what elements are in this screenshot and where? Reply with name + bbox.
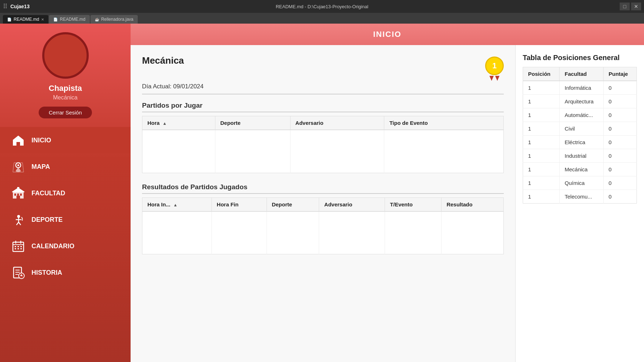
sidebar-item-inicio[interactable]: INICIO xyxy=(0,127,131,153)
map-icon xyxy=(11,160,25,173)
svg-line-18 xyxy=(19,222,21,225)
rank-fac-3: Civil xyxy=(560,122,604,136)
col-tipo-evento[interactable]: Tipo de Evento xyxy=(384,116,504,130)
tab-close-1[interactable]: ✕ xyxy=(41,18,44,21)
sport-icon xyxy=(11,213,25,226)
window-controls: □ ✕ xyxy=(620,3,641,10)
partidos-empty-row xyxy=(142,130,504,173)
window-title: README.md - D:\Cujae13-Proyecto-Original xyxy=(276,4,369,9)
header-title: INICIO xyxy=(373,30,401,39)
svg-rect-12 xyxy=(16,196,20,199)
calendar-icon xyxy=(11,239,25,253)
resultados-table: Hora In... ▲ Hora Fin Deporte Adversario… xyxy=(142,197,504,255)
nav-label-calendario: CALENDARIO xyxy=(31,243,74,250)
ranking-thead: Posición Facultad Puntaje xyxy=(523,67,637,81)
resultados-empty-1 xyxy=(142,211,212,254)
ranking-tbody: 1 Informática 0 1 Arquitectura 0 1 Autom… xyxy=(523,81,637,204)
rank-col-pos: Posición xyxy=(523,67,560,81)
partidos-empty-3 xyxy=(290,130,384,173)
tab-rellenadora[interactable]: ☕ Rellenadora.java xyxy=(91,15,138,24)
rank-pos-3: 1 xyxy=(523,122,560,136)
rank-pos-4: 1 xyxy=(523,136,560,149)
col-deporte[interactable]: Deporte xyxy=(215,116,290,130)
rank-pts-7: 0 xyxy=(604,176,637,190)
sidebar-item-mapa[interactable]: MAPA xyxy=(0,153,131,180)
ranking-row: 1 Arquitectura 0 xyxy=(523,95,637,108)
resultados-empty-row xyxy=(142,211,504,254)
rank-pts-3: 0 xyxy=(604,122,637,136)
svg-rect-5 xyxy=(17,142,20,146)
svg-rect-28 xyxy=(20,248,22,249)
main-header: INICIO xyxy=(131,24,644,45)
svg-rect-23 xyxy=(15,246,16,247)
sidebar: Chapista Mecánica Cerrar Sesión INICIO xyxy=(0,24,131,362)
tab-icon-md2: 📄 xyxy=(53,18,58,21)
tab-icon-md: 📄 xyxy=(7,18,11,21)
rank-fac-0: Informática xyxy=(560,81,604,95)
tab-readme-active[interactable]: 📄 README.md ✕ xyxy=(3,15,48,24)
nav-label-mapa: MAPA xyxy=(31,163,50,171)
rank-pts-1: 0 xyxy=(604,95,637,108)
col-adversario[interactable]: Adversario xyxy=(290,116,384,130)
title-bar: ⠿ Cujae13 README.md - D:\Cujae13-Proyect… xyxy=(0,0,644,13)
date-line: Día Actual: 09/01/2024 xyxy=(142,83,504,94)
trophy-badge: 1 xyxy=(485,57,504,81)
nav-label-historia: HISTORIA xyxy=(31,269,62,277)
col-deporte-r[interactable]: Deporte xyxy=(267,197,319,211)
content-area: Mecánica 1 Día Actual: 09/01/2024 Partid… xyxy=(131,45,515,362)
nav-label-deporte: DEPORTE xyxy=(31,216,63,224)
sidebar-item-calendario[interactable]: CALENDARIO xyxy=(0,233,131,259)
partidos-header-row: Hora ▲ Deporte Adversario Tipo de Evento xyxy=(142,116,504,130)
nav-label-inicio: INICIO xyxy=(31,137,51,144)
section-header-row: Mecánica 1 xyxy=(142,55,504,81)
partidos-empty-2 xyxy=(215,130,290,173)
resultados-empty-3 xyxy=(267,211,319,254)
svg-rect-24 xyxy=(18,246,19,247)
col-adversario-r[interactable]: Adversario xyxy=(319,197,385,211)
svg-line-17 xyxy=(16,222,19,225)
svg-rect-27 xyxy=(18,248,19,249)
ranking-row: 1 Mecánica 0 xyxy=(523,163,637,176)
partidos-empty-1 xyxy=(142,130,215,173)
rank-fac-4: Eléctrica xyxy=(560,136,604,149)
col-resultado[interactable]: Resultado xyxy=(441,197,504,211)
ranking-row: 1 Industrial 0 xyxy=(523,149,637,163)
rank-pos-1: 1 xyxy=(523,95,560,108)
col-hora-fin[interactable]: Hora Fin xyxy=(211,197,267,211)
svg-rect-9 xyxy=(14,194,16,196)
rank-pos-2: 1 xyxy=(523,108,560,122)
rank-fac-1: Arquitectura xyxy=(560,95,604,108)
sort-arrow-hora-inicio: ▲ xyxy=(173,202,177,207)
sort-arrow-hora: ▲ xyxy=(162,121,167,126)
nav-menu: INICIO MAPA xyxy=(0,127,131,286)
close-button[interactable]: ✕ xyxy=(631,3,641,10)
app-name: Cujae13 xyxy=(10,4,30,9)
svg-rect-10 xyxy=(17,194,19,196)
sidebar-item-deporte[interactable]: DEPORTE xyxy=(0,206,131,233)
rank-fac-6: Mecánica xyxy=(560,163,604,176)
ranking-table: Posición Facultad Puntaje 1 Informática … xyxy=(523,67,637,204)
resultados-header-row: Hora In... ▲ Hora Fin Deporte Adversario… xyxy=(142,197,504,211)
ranking-row: 1 Química 0 xyxy=(523,176,637,190)
ranking-title: Tabla de Posiciones General xyxy=(523,54,637,62)
home-icon xyxy=(11,133,25,147)
resultados-thead: Hora In... ▲ Hora Fin Deporte Adversario… xyxy=(142,197,504,211)
resultados-empty-4 xyxy=(319,211,385,254)
rank-col-puntaje: Puntaje xyxy=(604,67,637,81)
logout-button[interactable]: Cerrar Sesión xyxy=(39,107,92,118)
rank-pts-0: 0 xyxy=(604,81,637,95)
sidebar-item-facultad[interactable]: FACULTAD xyxy=(0,180,131,206)
partidos-title: Partidos por Jugar xyxy=(142,102,504,112)
svg-point-14 xyxy=(17,215,20,218)
rank-fac-7: Química xyxy=(560,176,604,190)
partidos-table: Hora ▲ Deporte Adversario Tipo de Evento xyxy=(142,116,504,173)
ranking-row: 1 Telecomu... 0 xyxy=(523,190,637,204)
tab-readme-2[interactable]: 📄 README.md xyxy=(49,15,89,24)
ranking-row: 1 Automátic... 0 xyxy=(523,108,637,122)
col-hora[interactable]: Hora ▲ xyxy=(142,116,215,130)
col-tevento[interactable]: T/Evento xyxy=(385,197,441,211)
col-hora-inicio[interactable]: Hora In... ▲ xyxy=(142,197,212,211)
sidebar-item-historia[interactable]: HISTORIA xyxy=(0,259,131,286)
minimize-button[interactable]: □ xyxy=(620,3,630,10)
tab-label-3: Rellenadora.java xyxy=(101,17,133,22)
